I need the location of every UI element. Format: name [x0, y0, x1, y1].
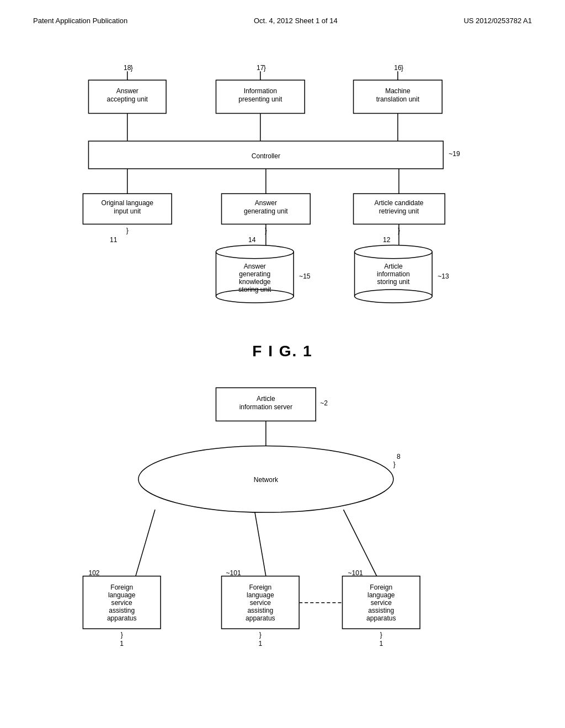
cyl-15-label: Answer	[244, 263, 266, 270]
foreign1-label2: language	[108, 591, 136, 599]
article-cand-label: Article candidate	[374, 199, 423, 207]
foreign2-label4: assisting	[247, 607, 273, 614]
brace-1c: }	[380, 631, 382, 639]
num-15: ~15	[299, 272, 311, 280]
num-13: ~13	[438, 272, 449, 280]
num-101b: ~101	[348, 569, 363, 577]
orig-lang-label2: input unit	[114, 207, 141, 215]
article-server-label: Article	[257, 395, 275, 403]
fig2-svg: Article information server ~2 Network 8 …	[33, 377, 532, 728]
foreign3-label4: assisting	[368, 607, 394, 614]
answer-accepting-label: Answer	[116, 87, 138, 95]
num-8: 8	[397, 453, 401, 461]
num-1a: 1	[120, 640, 124, 647]
network-label: Network	[254, 476, 279, 484]
foreign2-label2: language	[247, 591, 274, 599]
cyl-15-label2: generating	[239, 270, 270, 278]
cyl-15-label3: knowledge	[239, 278, 271, 286]
cylinder-13-top	[355, 245, 433, 259]
page-header: Patent Application Publication Oct. 4, 2…	[33, 17, 532, 25]
foreign3-label: Foreign	[370, 584, 392, 591]
answer-gen-label2: generating unit	[244, 207, 288, 215]
num-18: 18	[124, 64, 131, 72]
foreign1-label: Foreign	[110, 584, 133, 591]
article-server-label2: information server	[239, 404, 292, 411]
num-1c: 1	[379, 640, 383, 647]
header-right: US 2012/0253782 A1	[463, 17, 532, 25]
cyl-13-label2: information	[377, 270, 410, 278]
fig1-label: F I G. 1	[33, 342, 532, 360]
brace-8: }	[393, 461, 396, 468]
foreign2-label5: apparatus	[246, 614, 275, 622]
cyl-13-label: Article	[384, 263, 403, 270]
line-net-101b	[343, 510, 376, 576]
brace-18: }	[131, 64, 133, 72]
foreign2-label: Foreign	[249, 584, 271, 591]
num-12-val: 12	[383, 236, 391, 244]
orig-lang-label: Original language	[102, 199, 154, 207]
foreign1-label3: service	[111, 599, 132, 607]
machine-translation-label: Machine	[385, 87, 411, 95]
brace-1a: }	[121, 631, 123, 639]
num-101a: ~101	[226, 569, 241, 577]
num-11: }	[126, 227, 129, 234]
answer-accepting-label2: accepting unit	[107, 95, 148, 103]
num-16: 16	[394, 64, 402, 72]
num-11-val: 11	[110, 236, 118, 244]
cyl-15-label4: storing unit	[238, 286, 271, 293]
num-1b: 1	[258, 640, 262, 647]
machine-translation-label2: translation unit	[376, 95, 420, 103]
num-14-val: 14	[248, 236, 256, 244]
num-19: ~19	[449, 150, 460, 158]
header-left: Patent Application Publication	[33, 17, 127, 25]
answer-gen-label: Answer	[255, 199, 277, 207]
line-net-102	[136, 510, 155, 576]
cylinder-13-bottom	[355, 290, 433, 303]
brace-16: }	[401, 64, 403, 72]
info-presenting-label2: presenting unit	[238, 95, 282, 103]
foreign3-label3: service	[371, 599, 392, 607]
brace-17: }	[264, 64, 266, 72]
page: Patent Application Publication Oct. 4, 2…	[0, 0, 565, 728]
header-center: Oct. 4, 2012 Sheet 1 of 14	[254, 17, 338, 25]
num-102: 102	[88, 569, 99, 577]
cyl-13-label3: storing unit	[377, 278, 410, 286]
line-net-101a	[255, 512, 266, 576]
fig1-svg: Answer accepting unit 18 } Information p…	[33, 47, 532, 335]
fig1-diagram: Answer accepting unit 18 } Information p…	[33, 47, 532, 360]
info-presenting-label: Information	[244, 87, 277, 95]
foreign1-label5: apparatus	[107, 614, 137, 622]
num-17: 17	[257, 64, 264, 72]
article-cand-label2: retrieving unit	[379, 207, 419, 215]
controller-label: Controller	[252, 152, 280, 160]
foreign2-label3: service	[250, 599, 271, 607]
foreign1-label4: assisting	[109, 607, 135, 614]
num-2: ~2	[320, 400, 328, 408]
brace-1b: }	[259, 631, 262, 639]
foreign3-label5: apparatus	[366, 614, 396, 622]
foreign3-label2: language	[367, 591, 395, 599]
fig2-diagram: Article information server ~2 Network 8 …	[33, 377, 532, 728]
cylinder-15-top	[216, 245, 294, 259]
